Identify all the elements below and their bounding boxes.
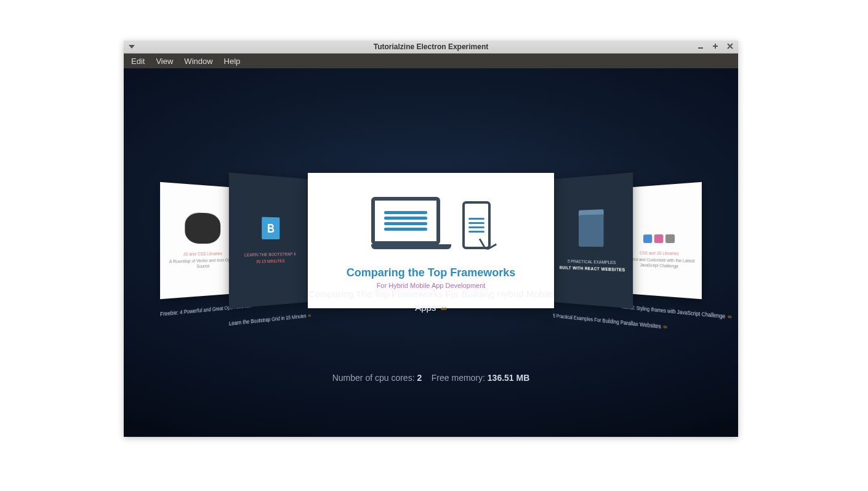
svg-rect-0: [698, 47, 703, 49]
slide-heading: CSS and JS Libraries: [640, 250, 678, 257]
laptop-icon: [371, 197, 451, 249]
memory-label: Free memory:: [432, 373, 485, 383]
bootstrap-icon: B: [262, 217, 279, 239]
slide-subheading: IN 15 MINUTES: [256, 258, 284, 264]
system-menu-icon[interactable]: [127, 45, 136, 49]
slide-subheading: BUILT WITH REACT WEBSITES: [560, 265, 625, 273]
slide-subheading: Control and Customize with the Latest Ja…: [624, 257, 697, 270]
window-title: Tutorialzine Electron Experiment: [124, 42, 738, 51]
window-icon: [579, 209, 603, 247]
menu-help[interactable]: Help: [219, 55, 246, 67]
slide-heading: 5 PRACTICAL EXAMPLES: [568, 258, 616, 265]
link-icon[interactable]: ∞: [728, 313, 731, 321]
menu-view[interactable]: View: [151, 55, 178, 67]
cpu-value: 2: [417, 373, 422, 383]
menu-window[interactable]: Window: [179, 55, 217, 67]
slide-subheading: A Roundup of Vector and Icon Open Source: [164, 257, 238, 270]
slide-caption: 5 Practical Examples For Building Parall…: [553, 313, 633, 327]
close-button[interactable]: [726, 42, 734, 51]
slide-heading: JS and CSS Libraries: [183, 250, 222, 257]
link-icon[interactable]: ∞: [663, 323, 667, 330]
center-slide-heading: Comparing the Top Frameworks: [347, 266, 516, 279]
system-stats: Number of cpu cores: 2 Free memory: 136.…: [124, 373, 738, 383]
titlebar[interactable]: Tutorialzine Electron Experiment: [124, 41, 738, 54]
app-window: Tutorialzine Electron Experiment Edit Vi…: [124, 41, 738, 437]
slide-heading: LEARN THE BOOTSTRAP 4: [244, 251, 295, 257]
slide-caption: Learn the Bootstrap Grid in 15 Minutes∞: [229, 313, 309, 327]
memory-value: 136.51 MB: [488, 373, 529, 383]
maximize-button[interactable]: [711, 42, 720, 51]
cpu-label: Number of cpu cores:: [332, 373, 415, 383]
phone-icon: [462, 201, 491, 249]
current-slide-caption: Comparing The Top Frameworks For Buildin…: [308, 287, 554, 314]
carousel-slide-right[interactable]: 5 PRACTICAL EXAMPLES BUILT WITH REACT WE…: [553, 172, 633, 308]
menu-edit[interactable]: Edit: [126, 55, 150, 67]
svg-rect-2: [713, 46, 718, 47]
link-icon[interactable]: ∞: [441, 303, 447, 313]
menubar: Edit View Window Help: [124, 54, 738, 68]
minimize-button[interactable]: [696, 42, 705, 51]
carousel-slide-left[interactable]: B LEARN THE BOOTSTRAP 4 IN 15 MINUTES Le…: [229, 172, 309, 308]
app-content: JS and CSS Libraries A Roundup of Vector…: [124, 68, 738, 437]
devices-graphic: [371, 197, 491, 249]
